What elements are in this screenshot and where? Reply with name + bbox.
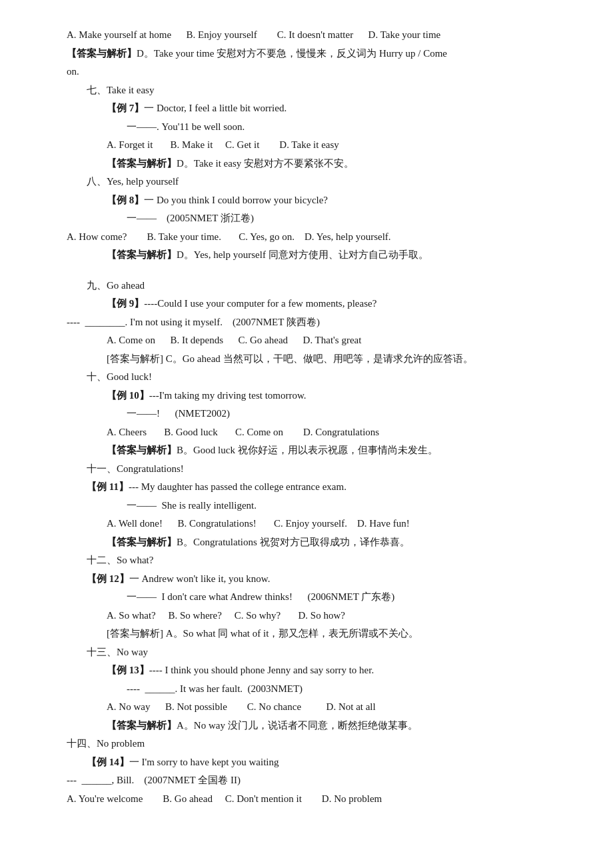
section-title-13: 十三、No way <box>67 644 560 661</box>
section-title-8: 八、Yes, help yourself <box>67 173 560 191</box>
spacer-1 <box>67 265 560 277</box>
line-l6: 一——. You'11 be well soon. <box>67 119 560 136</box>
line-l17: A. Come on B. It depends C. Go ahead D. … <box>67 332 560 349</box>
line-l13: 【答案与解析】D。Yes, help yourself 同意对方使用、让对方自己… <box>67 247 560 264</box>
line-l8: 【答案与解析】D。Take it easy 安慰对方不要紧张不安。 <box>67 155 560 173</box>
line-l22: A. Cheers B. Good luck C. Come on D. Con… <box>67 424 560 441</box>
line-l28: 【答案与解析】B。Congratulations 祝贺对方已取得成功，译作恭喜。 <box>67 534 560 551</box>
line-l5: 【例 7】一 Doctor, I feel a little bit worri… <box>67 100 560 117</box>
section-title-14: 十四、No problem <box>67 735 560 753</box>
line-l15: 【例 9】----Could I use your computer for a… <box>67 295 560 313</box>
line-l18: [答案与解析] C。Go ahead 当然可以，干吧、做吧、用吧等，是请求允许的… <box>67 351 560 368</box>
line-l16: ---- ________. I'm not using it myself. … <box>67 314 560 331</box>
line-l26: 一—— She is really intelligent. <box>67 497 560 515</box>
line-l38: 【答案与解析】A。No way 没门儿，说话者不同意，断然拒绝做某事。 <box>67 717 560 735</box>
line-l41: --- ______, Bill. (2007NMET 全国卷 II) <box>67 772 560 789</box>
line-l1: A. Make yourself at home B. Enjoy yourse… <box>67 27 560 44</box>
line-l2: 【答案与解析】D。Take your time 安慰对方不要急，慢慢来，反义词为… <box>67 45 560 63</box>
line-l40: 【例 14】一 I'm sorry to have kept you waiti… <box>67 754 560 771</box>
section-title-12: 十二、So what? <box>67 552 560 569</box>
main-content: A. Make yourself at home B. Enjoy yourse… <box>67 27 560 807</box>
line-l33: [答案与解析] A。So what 同 what of it，那又怎样，表无所谓… <box>67 625 560 643</box>
line-l3: on. <box>67 63 560 81</box>
section-title-10: 十、Good luck! <box>67 369 560 386</box>
line-l27: A. Well done! B. Congratulations! C. Enj… <box>67 515 560 533</box>
section-title-11: 十一、Congratulations! <box>67 461 560 478</box>
line-l11: 一—— (2005NMET 浙江卷) <box>67 210 560 227</box>
line-l42: A. You're welcome B. Go ahead C. Don't m… <box>67 791 560 808</box>
line-l21: 一——! (NMET2002) <box>67 405 560 423</box>
line-l31: 一—— I don't care what Andrew thinks! (20… <box>67 589 560 606</box>
line-l12: A. How come? B. Take your time. C. Yes, … <box>67 229 560 246</box>
line-l20: 【例 10】---I'm taking my driving test tomo… <box>67 387 560 405</box>
line-l10: 【例 8】一 Do you think I could borrow your … <box>67 192 560 209</box>
line-l32: A. So what? B. So where? C. So why? D. S… <box>67 607 560 625</box>
line-l25: 【例 11】--- My daughter has passed the col… <box>67 479 560 496</box>
line-l30: 【例 12】一 Andrew won't like it, you know. <box>67 571 560 588</box>
section-title-9: 九、Go ahead <box>67 277 560 295</box>
line-l23: 【答案与解析】B。Good luck 祝你好运，用以表示祝愿，但事情尚未发生。 <box>67 442 560 459</box>
line-l7: A. Forget it B. Make it C. Get it D. Tak… <box>67 137 560 154</box>
line-l37: A. No way B. Not possible C. No chance D… <box>67 699 560 716</box>
line-l36: ---- ______. It was her fault. (2003NMET… <box>67 681 560 698</box>
section-title-7: 七、Take it easy <box>67 82 560 99</box>
line-l35: 【例 13】---- I think you should phone Jenn… <box>67 662 560 679</box>
